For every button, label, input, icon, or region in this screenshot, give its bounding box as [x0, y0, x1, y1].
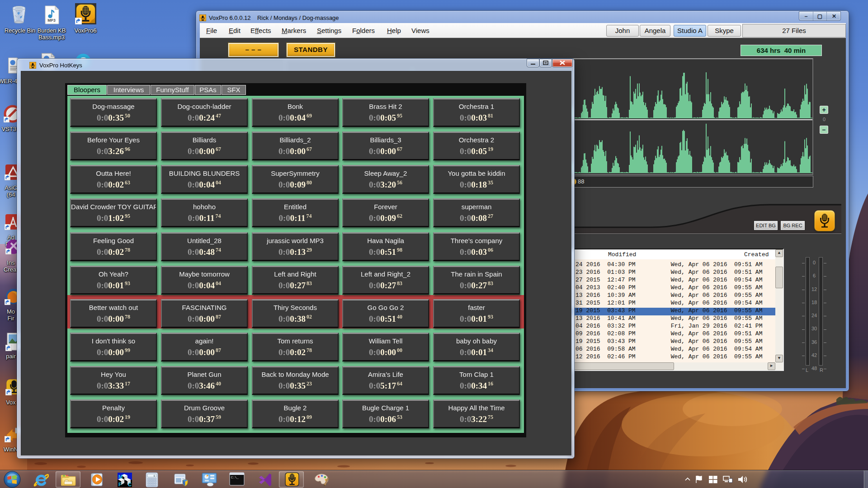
svg-text:F: F: [118, 482, 122, 487]
svg-text:0: 0: [153, 474, 155, 478]
svg-text:C:\_: C:\_: [231, 476, 239, 479]
svg-text:C: C: [128, 482, 132, 487]
svg-text:MP3: MP3: [47, 18, 56, 23]
svg-text:M: M: [118, 474, 123, 479]
